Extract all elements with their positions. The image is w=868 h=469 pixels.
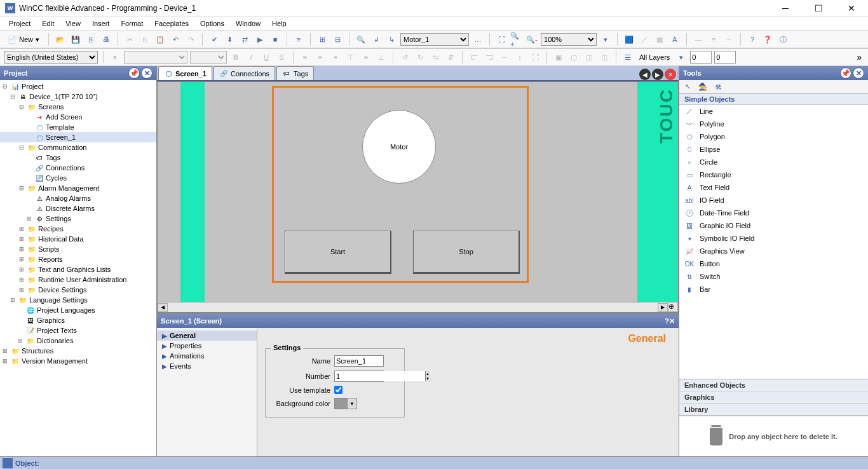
tree-historical[interactable]: ⊞📁Historical Data: [0, 234, 156, 244]
tool-switch[interactable]: ⇅Switch: [679, 270, 868, 283]
new-button[interactable]: 📄 New ▾: [4, 36, 43, 44]
tool-ellipse[interactable]: ⬯Ellipse: [679, 143, 868, 156]
help-icon[interactable]: ?: [746, 33, 759, 46]
rotate-right-icon[interactable]: ↻: [414, 51, 426, 64]
tool-line[interactable]: ／Line: [679, 105, 868, 118]
size-select[interactable]: [190, 51, 227, 64]
tree-device-settings[interactable]: ⊞📁Device Settings: [0, 285, 156, 295]
flip-v-icon[interactable]: ⇵: [444, 51, 457, 64]
whatsthis-icon[interactable]: ❓: [761, 33, 774, 46]
props-nav-animations[interactable]: ▶Animations: [157, 351, 257, 361]
save-all-icon[interactable]: ⎘: [85, 33, 97, 46]
color-drop-icon[interactable]: ▼: [348, 398, 356, 409]
flip-h-icon[interactable]: ⇋: [429, 51, 442, 64]
eq-height-icon[interactable]: ↕: [513, 51, 526, 64]
props-nav-general[interactable]: ▶General: [157, 330, 257, 341]
menu-insert[interactable]: Insert: [87, 18, 115, 29]
tab-screen1[interactable]: ▢Screen_1: [158, 66, 212, 80]
tab-connections[interactable]: 🔗Connections: [214, 66, 275, 80]
pin-icon[interactable]: 📌: [128, 67, 140, 79]
tree-dictionaries[interactable]: ⊞📁Dictionaries: [0, 336, 156, 346]
tool-symbolic-io[interactable]: ▾Symbolic IO Field: [679, 232, 868, 245]
tree-cycles[interactable]: 🔄Cycles: [0, 173, 156, 183]
zoom-in-icon[interactable]: 🔍+: [510, 33, 523, 46]
align-right-icon[interactable]: ≡: [329, 51, 342, 64]
rotate-left-icon[interactable]: ↺: [398, 51, 411, 64]
line-style-icon[interactable]: —: [692, 33, 705, 46]
tree-settings[interactable]: ⊞⚙Settings: [0, 214, 156, 224]
redo-icon[interactable]: ↷: [184, 33, 197, 46]
toolbar-overflow-icon[interactable]: »: [854, 52, 864, 62]
tree-screen1[interactable]: ▢Screen_1: [0, 132, 156, 142]
scroll-right-icon[interactable]: ▶: [658, 303, 668, 312]
paste-icon[interactable]: 📋: [154, 33, 166, 46]
align-icon[interactable]: ≡: [292, 33, 305, 46]
italic-icon[interactable]: I: [245, 51, 257, 64]
tree-add-screen[interactable]: ➜Add Screen: [0, 112, 156, 122]
print-icon[interactable]: 🖶: [100, 33, 112, 46]
tree-screens[interactable]: ⊟📁Screens: [0, 102, 156, 112]
underline-icon[interactable]: U: [260, 51, 273, 64]
tree-template[interactable]: ▢Template: [0, 122, 156, 132]
menu-format[interactable]: Format: [116, 18, 148, 29]
tool-text-field[interactable]: AText Field: [679, 181, 868, 194]
line-color-icon[interactable]: ／: [638, 33, 651, 46]
tool-datetime[interactable]: 🕐Date-Time Field: [679, 207, 868, 219]
spin-down-icon[interactable]: ▼: [425, 376, 430, 381]
tree-discrete-alarms[interactable]: ⚠Discrete Alarms: [0, 203, 156, 214]
align-top-icon[interactable]: ⊤: [344, 51, 357, 64]
download-icon[interactable]: ⬇: [223, 33, 236, 46]
open-icon[interactable]: 📂: [54, 33, 67, 46]
layer-icon[interactable]: ☰: [621, 51, 634, 64]
send-bwd-icon[interactable]: ◫: [598, 51, 611, 64]
pattern-icon[interactable]: ▦: [653, 33, 666, 46]
tree-tags[interactable]: 🏷Tags: [0, 153, 156, 163]
tools-pin-icon[interactable]: 📌: [840, 67, 851, 79]
find-next-icon[interactable]: ↲: [370, 33, 383, 46]
tree-scripts[interactable]: ⊞📁Scripts: [0, 244, 156, 254]
tag-select[interactable]: Motor_1: [400, 33, 469, 46]
minimize-button[interactable]: ─: [774, 2, 797, 15]
tree-connections[interactable]: 🔗Connections: [0, 163, 156, 173]
menu-faceplates[interactable]: Faceplates: [149, 18, 194, 29]
motor-circle[interactable]: Motor: [362, 110, 436, 184]
tools-settings-icon[interactable]: 🛠: [712, 81, 724, 93]
tool-graphic-io[interactable]: 🖼Graphic IO Field: [679, 219, 868, 232]
props-nav-properties[interactable]: ▶Properties: [157, 341, 257, 351]
font-select[interactable]: [124, 51, 187, 64]
menu-window[interactable]: Window: [231, 18, 266, 29]
menu-edit[interactable]: Edit: [37, 18, 59, 29]
copy-icon[interactable]: ⎘: [139, 33, 151, 46]
menu-help[interactable]: Help: [267, 18, 292, 29]
zoom-fit-icon[interactable]: ⛶: [495, 33, 508, 46]
line-width-icon[interactable]: ≡: [707, 33, 720, 46]
ungroup-icon[interactable]: ⊟: [331, 33, 344, 46]
tree-lang-settings[interactable]: ⊟📁Language Settings: [0, 295, 156, 305]
distribute-h-icon[interactable]: ⫍: [468, 51, 480, 64]
save-icon[interactable]: 💾: [69, 33, 82, 46]
tools-close-icon[interactable]: ✕: [853, 67, 864, 79]
zoom-select[interactable]: 100%: [541, 33, 597, 46]
tree-structures[interactable]: ⊞📁Structures: [0, 346, 156, 356]
tree-device[interactable]: ⊟🖥Device_1(TP 270 10"): [0, 92, 156, 102]
maximize-button[interactable]: ☐: [807, 2, 830, 15]
h-scrollbar[interactable]: ◀▶: [158, 302, 668, 312]
tree-recipes[interactable]: ⊞📁Recipes: [0, 224, 156, 234]
enhanced-objects-header[interactable]: Enhanced Objects: [679, 379, 868, 391]
bring-front-icon[interactable]: ▣: [552, 51, 565, 64]
use-template-checkbox[interactable]: [334, 386, 342, 394]
align-mid-icon[interactable]: ≡: [360, 51, 372, 64]
menu-options[interactable]: Options: [195, 18, 229, 29]
eq-size-icon[interactable]: ⛶: [529, 51, 541, 64]
screen-canvas[interactable]: TOUC Motor Start Stop ◀▶ ⊕: [157, 81, 679, 313]
tree-communication[interactable]: ⊟📁Communication: [0, 142, 156, 153]
pointer-icon[interactable]: ↖: [682, 81, 693, 93]
panel-close-icon[interactable]: ✕: [141, 67, 153, 79]
transfer-icon[interactable]: ⇄: [238, 33, 251, 46]
close-button[interactable]: ✕: [840, 2, 863, 15]
find-icon[interactable]: 🔍: [355, 33, 367, 46]
font-icon[interactable]: ▾: [109, 51, 121, 64]
layer-b-input[interactable]: [714, 51, 736, 64]
cut-icon[interactable]: ✂: [123, 33, 136, 46]
simple-objects-header[interactable]: Simple Objects: [679, 94, 868, 105]
